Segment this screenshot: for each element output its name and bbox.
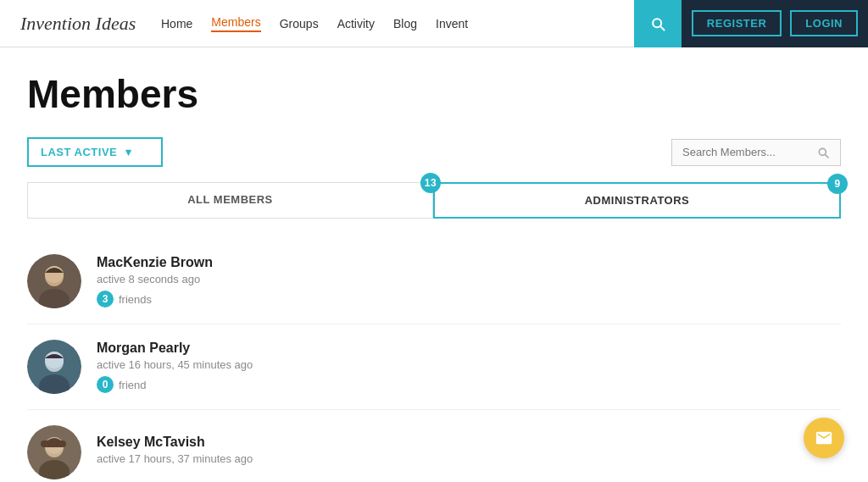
search-members-input[interactable]: [671, 139, 841, 166]
mail-icon: [815, 429, 833, 447]
tab-all-members[interactable]: ALL MEMBERS 13: [27, 182, 433, 219]
member-info: Morgan Pearly active 16 hours, 45 minute…: [97, 341, 841, 393]
member-active-time: active 8 seconds ago: [97, 273, 841, 285]
register-button[interactable]: REGISTER: [692, 10, 782, 36]
member-active-time: active 17 hours, 37 minutes ago: [97, 452, 841, 465]
search-icon: [649, 15, 666, 32]
login-button[interactable]: LOGIN: [790, 10, 858, 36]
nav-blog[interactable]: Blog: [393, 17, 417, 30]
friends-count-badge: 0: [97, 376, 114, 393]
avatar: [27, 425, 81, 479]
table-row: Morgan Pearly active 16 hours, 45 minute…: [27, 324, 841, 410]
avatar: [27, 340, 81, 394]
header-right: REGISTER LOGIN: [634, 0, 868, 47]
tab-administrators[interactable]: ADMINISTRATORS 9: [433, 182, 841, 219]
nav-invent[interactable]: Invent: [436, 17, 468, 30]
member-info: MacKenzie Brown active 8 seconds ago 3 f…: [97, 255, 841, 307]
nav-members[interactable]: Members: [211, 15, 260, 32]
members-list: MacKenzie Brown active 8 seconds ago 3 f…: [27, 239, 841, 482]
main-nav: Home Members Groups Activity Blog Invent: [161, 15, 634, 32]
administrators-badge: 9: [827, 174, 848, 194]
member-info: Kelsey McTavish active 17 hours, 37 minu…: [97, 435, 841, 470]
member-tabs: ALL MEMBERS 13 ADMINISTRATORS 9: [27, 182, 841, 219]
member-name[interactable]: Morgan Pearly: [97, 341, 841, 356]
member-name[interactable]: MacKenzie Brown: [97, 255, 841, 270]
floating-mail-button[interactable]: [804, 418, 844, 458]
nav-home[interactable]: Home: [161, 17, 192, 30]
nav-activity[interactable]: Activity: [337, 17, 375, 30]
member-friends: 3 friends: [97, 291, 841, 307]
chevron-down-icon: ▾: [125, 146, 132, 158]
auth-buttons: REGISTER LOGIN: [682, 0, 868, 47]
search-input[interactable]: [682, 146, 810, 158]
friends-label: friends: [119, 293, 152, 306]
site-logo[interactable]: Invention Ideas: [0, 13, 161, 35]
tab-all-members-label: ALL MEMBERS: [187, 193, 273, 206]
member-active-time: active 16 hours, 45 minutes ago: [97, 358, 841, 371]
page-container: Members LAST ACTIVE ▾ ALL MEMBERS 13 ADM…: [10, 71, 858, 482]
search-icon: [816, 146, 830, 159]
all-members-badge: 13: [420, 173, 441, 193]
svg-rect-12: [41, 440, 66, 447]
avatar: [27, 254, 81, 308]
filter-label: LAST ACTIVE: [41, 146, 117, 158]
friends-label: friend: [119, 379, 147, 391]
filter-row: LAST ACTIVE ▾: [27, 137, 841, 167]
tab-administrators-label: ADMINISTRATORS: [585, 194, 690, 207]
header-search-button[interactable]: [634, 0, 682, 47]
page-title: Members: [27, 71, 841, 117]
member-name[interactable]: Kelsey McTavish: [97, 435, 841, 450]
friends-count-badge: 3: [97, 291, 114, 307]
nav-groups[interactable]: Groups: [280, 17, 319, 30]
last-active-dropdown[interactable]: LAST ACTIVE ▾: [27, 137, 163, 167]
table-row: MacKenzie Brown active 8 seconds ago 3 f…: [27, 239, 841, 324]
table-row: Kelsey McTavish active 17 hours, 37 minu…: [27, 410, 841, 482]
member-friends: 0 friend: [97, 376, 841, 393]
